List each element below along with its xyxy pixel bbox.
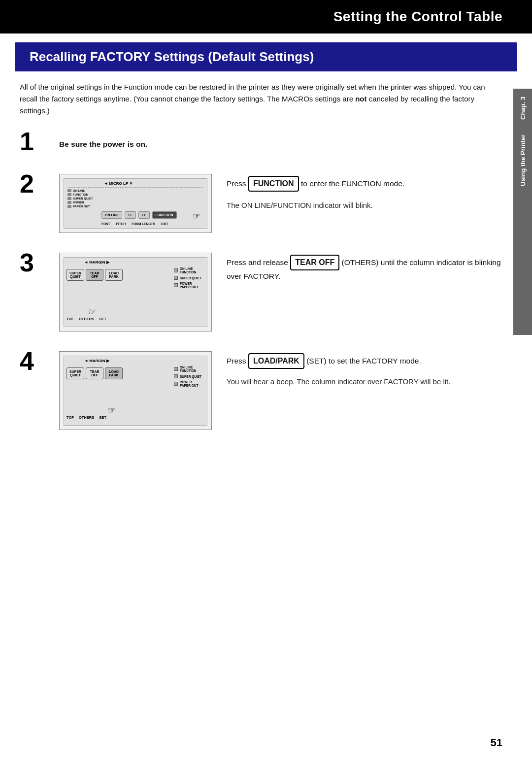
diag4-margin: ◄ MARGIN ▶ [84,359,109,363]
step-2-text: Press FUNCTION to enter the FUNCTION mod… [227,174,502,211]
ind-box-2 [67,193,71,196]
step-2-pre: Press [227,179,248,188]
step-4-pre: Press [227,357,248,365]
ind-box-3 [67,197,71,200]
diag3-ind-sq-1 [174,268,178,272]
diag4-ind-sq-2 [174,374,178,378]
step-1-content: Be sure the power is on. [59,132,502,151]
step-2-post: to enter the FUNCTION mode. [299,179,405,188]
ind-row-2: FUNCTION [67,193,93,196]
diag4-btn-tear-off: TEAR OFF [86,367,103,379]
ind-row-4: POWER [67,201,93,204]
step-4-number: 4 [20,348,49,374]
step-2-number: 2 [20,171,49,197]
diag4-tof-labels: TOF OTHERS SET [66,415,106,420]
diag3-ind-sq-2 [174,276,178,280]
diag2-dashed-line [68,187,202,188]
right-sidebar: Chap. 3 Using the Printer [513,89,532,335]
diag3-margin: ◄ MARGIN ▶ [84,260,109,265]
step-1-number: 1 [20,129,49,154]
diag4-ind-sq-3 [174,382,178,386]
label-pitch: PITCH [116,222,126,226]
header-title: Setting the Control Table [333,9,502,24]
step-1-title: Be sure the power is on. [59,133,502,151]
label-others-4: OTHERS [79,415,94,420]
step-1-text: Be sure the power is on. [59,132,502,151]
diag3-btn-super-quiet: SUPER QUIET [66,269,84,281]
label-set: SET [99,317,106,321]
diag3-btn-tear-off: TEAR OFF [86,269,103,281]
diag3-ind-3: POWERPAPER OUT [174,282,201,289]
label-tof: TOF [66,317,74,321]
diagram-3: ◄ MARGIN ▶ SUPER QUIET TEAR OFF LOAD PAR… [59,253,212,332]
hand-cursor-4: ☞ [108,405,116,416]
diag4-ind-1: ON LINEFUNCTION [174,365,201,372]
sidebar-label: Using the Printer [519,134,527,186]
page-header: Setting the Control Table [0,0,532,33]
page-number: 51 [491,736,502,749]
diag4-btn-super-quiet: SUPER QUIET [66,367,84,379]
section-heading: Recalling FACTORY Settings (Default Sett… [15,42,517,71]
step-3-pre: Press and release [227,258,290,266]
diag2-micro-lf: ◄ MICRO LF ▼ [104,181,133,186]
step-4-mid: (SET) to set the FACTORY mode. [304,357,421,365]
btn-online: ON LINE [101,211,122,219]
step-3-key: TEAR OFF [290,255,339,270]
btn-lf: LF [138,211,150,219]
ind-row-3: SUPER QUIET [67,197,93,200]
step-2-key: FUNCTION [248,176,299,192]
diag3-ind-1: ON LINEFUNCTION [174,267,201,274]
diag4-ind-2: SUPER QUIET [174,374,201,378]
diag4-ind-sq-1 [174,367,178,371]
diag2-labels: FONT PITCH FORM LENGTH EXIT [101,222,168,226]
diag3-btn-load-park: LOAD PARK [105,269,123,281]
label-set-4: SET [99,415,106,420]
diag4-btn-load-park: LOAD PARK [105,367,123,379]
diag2-indicators: ON LINE FUNCTION SUPER QUIET POWER [67,189,93,209]
diag3-tof-labels: TOF OTHERS SET [66,317,106,321]
step-2-content: ◄ MICRO LF ▼ ON LINE FUNCTION SUPE [59,174,502,233]
label-others: OTHERS [79,317,94,321]
diag3-indicator-panel: ON LINEFUNCTION SUPER QUIET POWERPAPER O… [174,267,201,291]
diag3-buttons: SUPER QUIET TEAR OFF LOAD PARK [66,269,123,281]
ind-row-5: PAPER OUT [67,205,93,208]
sidebar-chap: Chap. 3 [519,97,527,120]
ind-box-1 [67,189,71,192]
step-4-content: ◄ MARGIN ▶ SUPER QUIET TEAR OFF LOAD PAR… [59,351,502,430]
step-3-text: Press and release TEAR OFF (OTHERS) unti… [227,253,502,282]
step-3-description: Press and release TEAR OFF (OTHERS) unti… [227,255,502,282]
step-3-content: ◄ MARGIN ▶ SUPER QUIET TEAR OFF LOAD PAR… [59,253,502,332]
label-form-length: FORM LENGTH [132,222,155,226]
diagram-2: ◄ MICRO LF ▼ ON LINE FUNCTION SUPE [59,174,212,233]
step-3: 3 ◄ MARGIN ▶ SUPER QUIET TEAR OFF [20,253,502,332]
ind-row-1: ON LINE [67,189,93,192]
ind-box-4 [67,201,71,204]
step-1: 1 Be sure the power is on. [20,132,502,154]
diag4-ind-3: POWERPAPER OUT [174,380,201,387]
step-3-number: 3 [20,250,49,275]
label-exit: EXIT [161,222,168,226]
diag4-indicator-panel: ON LINEFUNCTION SUPER QUIET POWERPAPER O… [174,365,201,389]
intro-bold: not [355,95,366,103]
btn-ff: FF [125,211,136,219]
step-2: 2 ◄ MICRO LF ▼ ON LINE FUNC [20,174,502,233]
step-2-description: Press FUNCTION to enter the FUNCTION mod… [227,176,502,192]
diag4-buttons: SUPER QUIET TEAR OFF LOAD PARK [66,367,123,379]
label-tof-4: TOF [66,415,74,420]
label-font: FONT [101,222,110,226]
diag3-ind-2: SUPER QUIET [174,276,201,280]
diag3-ind-sq-3 [174,283,178,287]
step-4-key: LOAD/PARK [248,353,304,369]
intro-paragraph: All of the original settings in the Func… [20,81,502,117]
ind-box-5 [67,205,71,208]
hand-cursor-3: ☞ [88,306,96,317]
step-4-text: Press LOAD/PARK (SET) to set the FACTORY… [227,351,502,388]
section-heading-text: Recalling FACTORY Settings (Default Sett… [30,49,314,64]
diagram-4: ◄ MARGIN ▶ SUPER QUIET TEAR OFF LOAD PAR… [59,351,212,430]
step-4: 4 ◄ MARGIN ▶ SUPER QUIET TEAR OFF [20,351,502,430]
step-4-note: You will hear a beep. The column indicat… [227,376,502,388]
btn-function: FUNCTION [152,211,177,219]
step-2-note: The ON LINE/FUNCTION indicator will blin… [227,199,502,211]
main-content: All of the original settings in the Func… [0,71,532,460]
diag2-buttons: ON LINE FF LF FUNCTION [101,211,177,219]
